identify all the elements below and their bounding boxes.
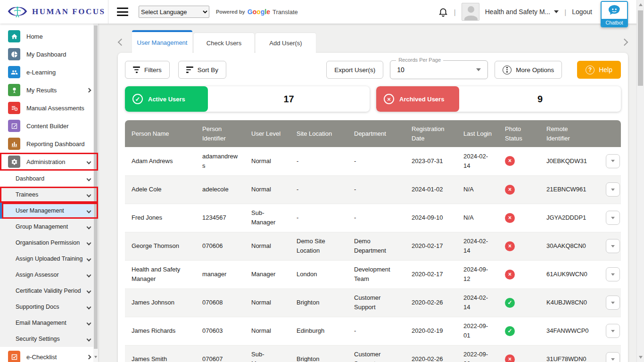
cell-last-login: 2024-02-14 [457, 232, 498, 260]
people-icon [8, 66, 20, 78]
cell-remote-identifier: 34FANWWCP0 [540, 317, 599, 345]
sidebar-item-my-results[interactable]: My Results [0, 81, 98, 99]
stats-row: ✓ Active Users 17 × Archived Users 9 [125, 86, 621, 112]
photo-status-badge: × [505, 354, 515, 362]
sidebar-item-manual-assessments[interactable]: Manual Assessments [0, 99, 98, 117]
more-options-button[interactable]: More Options [495, 61, 562, 79]
sidebar-item-certificate-validity-period[interactable]: Certificate Validity Period [0, 283, 98, 299]
scroll-down-icon[interactable] [94, 356, 97, 358]
language-select[interactable]: Select Language [139, 6, 209, 18]
cell-site-location: - [290, 175, 347, 204]
cell-actions [599, 288, 621, 317]
chevron-down-icon [87, 176, 91, 181]
sidebar-item-my-dashboard[interactable]: My Dashboard [0, 45, 98, 63]
logout-button[interactable]: Logout [572, 8, 592, 16]
tabs-scroll-right-icon[interactable] [621, 39, 628, 46]
cell-site-location: Edinburgh [290, 317, 347, 345]
col-site-location: Site Location [290, 120, 347, 147]
sort-by-button[interactable]: Sort By [178, 61, 226, 79]
scroll-up-icon[interactable] [639, 3, 643, 6]
cell-registration-date: 2020-02-26 [405, 288, 457, 317]
question-icon: ? [586, 66, 594, 74]
row-actions-button[interactable] [606, 296, 620, 310]
scrollbar-thumb[interactable] [638, 10, 643, 86]
sidebar-item-trainees[interactable]: Trainees [0, 187, 98, 203]
filters-button[interactable]: Filters [125, 61, 170, 79]
sidebar-item-assign-uploaded-training[interactable]: Assign Uploaded Training [0, 251, 98, 267]
sidebar-item-content-builder[interactable]: Content Builder [0, 117, 98, 135]
chevron-down-icon [87, 304, 91, 309]
bar-chart-icon [8, 138, 20, 150]
photo-status-badge: × [505, 241, 515, 251]
sidebar-item-administration[interactable]: Administration [0, 153, 98, 171]
chevron-down-icon [554, 10, 559, 13]
col-user-level: User Level [245, 120, 290, 147]
photo-status-badge: × [505, 156, 515, 166]
records-per-page-select[interactable]: Records Per Page 10 [390, 60, 488, 79]
active-users-card[interactable]: ✓ Active Users 17 [125, 86, 370, 112]
sidebar-item-supporting-docs[interactable]: Supporting Docs [0, 299, 98, 315]
cell-actions [599, 232, 621, 260]
cell-person-identifier: 070607 [196, 345, 245, 362]
cell-department: - [347, 204, 405, 232]
scroll-down-icon[interactable] [639, 356, 643, 359]
row-actions-button[interactable] [606, 154, 620, 168]
account-menu[interactable]: Health and Safety M... [485, 8, 559, 16]
sidebar-scrollbar[interactable] [93, 24, 98, 362]
tab-check-users[interactable]: Check Users [194, 33, 254, 53]
sidebar-item-user-management[interactable]: User Management [0, 203, 98, 219]
sidebar-item-email-management[interactable]: Email Management [0, 315, 98, 331]
cell-site-location: London [290, 260, 347, 288]
cell-department: - [347, 317, 405, 345]
chevron-down-icon [87, 337, 91, 341]
cell-actions [599, 147, 621, 175]
sidebar-item-dashboard[interactable]: Dashboard [0, 171, 98, 187]
sidebar-item-group-management[interactable]: Group Management [0, 219, 98, 235]
brand-logo: HUMAN FOCUS [0, 0, 108, 24]
top-header: HUMAN FOCUS Select Language Powered by G… [0, 0, 644, 24]
table-row: James Johnson 070608 Normal Brighton Cus… [125, 288, 621, 317]
tab-user-management[interactable]: User Management [132, 30, 192, 53]
cell-remote-identifier: JGYA2DDDP1 [540, 204, 599, 232]
row-actions-button[interactable] [606, 239, 620, 253]
cell-user-level: Normal [245, 175, 290, 204]
table-row: Adam Andrews adamandrews Normal - - 2023… [125, 147, 621, 175]
sidebar-item-home[interactable]: Home [0, 27, 98, 45]
cell-registration-date: 2020-02-26 [405, 345, 457, 362]
row-actions-button[interactable] [606, 211, 620, 225]
sidebar-item-e-checklist[interactable]: e-Checklist [0, 348, 98, 362]
more-options-icon [503, 66, 512, 74]
notifications-bell-icon[interactable] [438, 7, 448, 17]
sidebar-item-e-learning[interactable]: e-Learning [0, 63, 98, 81]
row-actions-button[interactable] [606, 267, 620, 281]
chevron-right-icon [87, 88, 91, 92]
chevron-down-icon [87, 272, 91, 277]
sidebar-item-security-settings[interactable]: Security Settings [0, 331, 98, 347]
tab-add-users[interactable]: Add User(s) [256, 33, 316, 53]
cell-registration-date: 2020-02-19 [405, 317, 457, 345]
col-person-identifier: Person Identifier [196, 120, 245, 147]
sidebar-item-organisation-permission[interactable]: Organisation Permission [0, 235, 98, 251]
row-actions-button[interactable] [606, 324, 620, 338]
chatbot-button[interactable]: Chatbot [601, 1, 628, 27]
check-square-icon [8, 351, 20, 362]
help-button[interactable]: ? Help [577, 61, 621, 79]
row-actions-button[interactable] [606, 182, 620, 197]
sidebar-item-assign-assessor[interactable]: Assign Assessor [0, 267, 98, 283]
cell-remote-identifier: 31UF78WDN0 [540, 345, 599, 362]
col-photo-status: Photo Status [498, 120, 540, 147]
col-person-name: Person Name [125, 120, 196, 147]
cell-person-identifier: 1234567 [196, 204, 245, 232]
cell-user-level: Normal [245, 288, 290, 317]
user-management-panel: Filters Sort By Export User(s) Records P… [118, 53, 628, 362]
user-avatar [462, 3, 479, 21]
page-scrollbar[interactable] [636, 0, 644, 362]
sidebar-item-reporting-dashboard[interactable]: Reporting Dashboard [0, 135, 98, 153]
export-users-button[interactable]: Export User(s) [326, 61, 383, 79]
row-actions-button[interactable] [606, 352, 620, 362]
chevron-down-icon [87, 208, 91, 213]
tabs-scroll-left-icon[interactable] [118, 39, 125, 46]
menu-hamburger-icon[interactable] [117, 8, 128, 16]
filter-icon [133, 66, 140, 73]
archived-users-card[interactable]: × Archived Users 9 [376, 86, 621, 112]
